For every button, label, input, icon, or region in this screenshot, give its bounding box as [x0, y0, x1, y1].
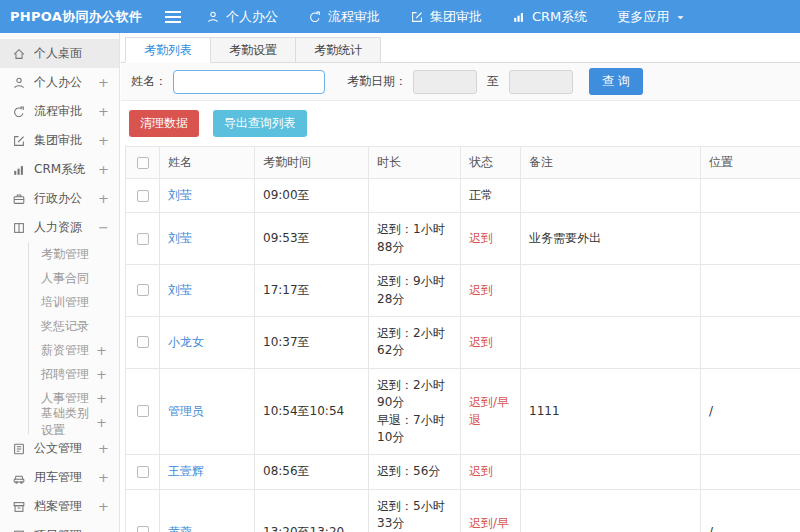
sidebar-item-档案管理[interactable]: 档案管理+ [0, 492, 119, 521]
tab-考勤列表[interactable]: 考勤列表 [125, 37, 211, 63]
cell-name[interactable]: 刘莹 [160, 213, 255, 265]
cell-name[interactable]: 黄蓉 [160, 489, 255, 532]
row-checkbox[interactable] [137, 405, 149, 417]
cell-time: 09:53至 [255, 213, 369, 265]
tab-bar: 考勤列表考勤设置考勤统计 [121, 33, 800, 63]
cell-location [701, 179, 800, 213]
sidebar-item-流程审批[interactable]: 流程审批+ [0, 97, 119, 126]
sidebar-submenu: 考勤管理人事合同培训管理奖惩记录薪资管理+招聘管理+人事管理+基础类别设置+ [28, 242, 119, 434]
sidebar-subitem-基础类别设置[interactable]: 基础类别设置+ [29, 410, 119, 434]
cell-status: 迟到/早退 [461, 489, 521, 532]
search-button[interactable]: 查 询 [589, 68, 643, 95]
flow-icon [12, 105, 26, 119]
cell-name[interactable]: 刘莹 [160, 265, 255, 317]
select-all-checkbox[interactable] [137, 157, 149, 169]
top-nav-label: 个人办公 [226, 8, 278, 26]
expand-toggle-icon[interactable]: + [98, 104, 109, 119]
duration-line: 早退：7小时10分 [377, 412, 452, 447]
cell-note: 业务需要外出 [521, 213, 701, 265]
cell-name[interactable]: 小龙女 [160, 316, 255, 368]
sidebar-item-label: 流程审批 [34, 103, 94, 120]
expand-toggle-icon[interactable]: + [98, 441, 109, 456]
sidebar-item-行政办公[interactable]: 行政办公+ [0, 184, 119, 213]
table-row: 黄蓉13:20至13:20迟到：5小时33分早退：4小时67分迟到/早退/ [126, 489, 800, 532]
cell-status: 正常 [461, 179, 521, 213]
tab-考勤设置[interactable]: 考勤设置 [210, 37, 296, 63]
cell-duration: 迟到：9小时28分 [369, 265, 461, 317]
hamburger-menu-icon[interactable] [164, 10, 182, 24]
top-nav-item[interactable]: 更多应用 [617, 8, 686, 26]
expand-toggle-icon[interactable]: + [96, 391, 107, 406]
sidebar-subitem-薪资管理[interactable]: 薪资管理+ [29, 338, 119, 362]
sidebar-item-label: 项目管理 [34, 527, 94, 532]
select-all-header [126, 147, 160, 179]
cell-time: 13:20至13:20 [255, 489, 369, 532]
date-to-input[interactable] [509, 70, 573, 94]
cell-name[interactable]: 王壹辉 [160, 455, 255, 489]
name-filter-input[interactable] [173, 70, 325, 94]
top-nav-item[interactable]: 个人办公 [206, 8, 278, 26]
cell-location [701, 316, 800, 368]
expand-toggle-icon[interactable]: − [98, 220, 109, 235]
cell-location: / [701, 368, 800, 455]
expand-toggle-icon[interactable]: + [98, 75, 109, 90]
expand-toggle-icon[interactable]: + [96, 415, 107, 430]
top-nav-item[interactable]: 集团审批 [410, 8, 482, 26]
top-nav-item[interactable]: CRM系统 [512, 8, 587, 26]
cell-status: 迟到/早退 [461, 368, 521, 455]
top-nav: 个人办公流程审批集团审批CRM系统更多应用 [206, 8, 686, 26]
cell-note [521, 265, 701, 317]
row-checkbox[interactable] [137, 284, 149, 296]
sidebar-item-人力资源[interactable]: 人力资源− [0, 213, 119, 242]
expand-toggle-icon[interactable]: + [98, 133, 109, 148]
row-checkbox[interactable] [137, 336, 149, 348]
sidebar-subitem-label: 招聘管理 [41, 366, 89, 383]
sidebar-subitem-招聘管理[interactable]: 招聘管理+ [29, 362, 119, 386]
expand-toggle-icon[interactable]: + [96, 343, 107, 358]
table-row: 管理员10:54至10:54迟到：2小时90分早退：7小时10分迟到/早退111… [126, 368, 800, 455]
sidebar-subitem-label: 人事管理 [41, 390, 89, 407]
sidebar-subitem-考勤管理[interactable]: 考勤管理 [29, 242, 119, 266]
clean-data-button[interactable]: 清理数据 [129, 110, 199, 137]
sidebar-item-集团审批[interactable]: 集团审批+ [0, 126, 119, 155]
sidebar-item-项目管理[interactable]: 项目管理+ [0, 521, 119, 532]
row-checkbox[interactable] [137, 526, 149, 532]
cell-checkbox [126, 455, 160, 489]
column-header-备注: 备注 [521, 147, 701, 179]
sidebar-item-个人办公[interactable]: 个人办公+ [0, 68, 119, 97]
sidebar-subitem-培训管理[interactable]: 培训管理 [29, 290, 119, 314]
sidebar-item-label: 人力资源 [34, 219, 94, 236]
sidebar-subitem-人事合同[interactable]: 人事合同 [29, 266, 119, 290]
cell-time: 10:37至 [255, 316, 369, 368]
cell-name[interactable]: 管理员 [160, 368, 255, 455]
sidebar-item-个人桌面[interactable]: 个人桌面 [0, 39, 119, 68]
sidebar-subitem-label: 培训管理 [41, 294, 89, 311]
column-header-时长: 时长 [369, 147, 461, 179]
sidebar-item-用车管理[interactable]: 用车管理+ [0, 463, 119, 492]
expand-toggle-icon[interactable]: + [98, 528, 109, 532]
cell-status: 迟到 [461, 455, 521, 489]
column-header-考勤时间: 考勤时间 [255, 147, 369, 179]
expand-toggle-icon[interactable]: + [98, 499, 109, 514]
sidebar-subitem-label: 考勤管理 [41, 246, 89, 263]
cell-name[interactable]: 刘莹 [160, 179, 255, 213]
date-from-input[interactable] [413, 70, 477, 94]
expand-toggle-icon[interactable]: + [98, 470, 109, 485]
row-checkbox[interactable] [137, 190, 149, 202]
cell-note [521, 316, 701, 368]
row-checkbox[interactable] [137, 233, 149, 245]
expand-toggle-icon[interactable]: + [98, 162, 109, 177]
main-content: 考勤列表考勤设置考勤统计 姓名： 考勤日期： 至 查 询 清理数据 导出查询列表… [121, 33, 800, 532]
sidebar-item-CRM系统[interactable]: CRM系统+ [0, 155, 119, 184]
sidebar-subitem-label: 奖惩记录 [41, 318, 89, 335]
top-nav-label: 更多应用 [617, 8, 669, 26]
expand-toggle-icon[interactable]: + [96, 367, 107, 382]
row-checkbox[interactable] [137, 466, 149, 478]
tab-考勤统计[interactable]: 考勤统计 [295, 37, 381, 63]
cell-checkbox [126, 265, 160, 317]
export-list-button[interactable]: 导出查询列表 [213, 110, 307, 137]
sidebar-subitem-奖惩记录[interactable]: 奖惩记录 [29, 314, 119, 338]
user-icon [206, 10, 220, 24]
expand-toggle-icon[interactable]: + [98, 191, 109, 206]
top-nav-item[interactable]: 流程审批 [308, 8, 380, 26]
